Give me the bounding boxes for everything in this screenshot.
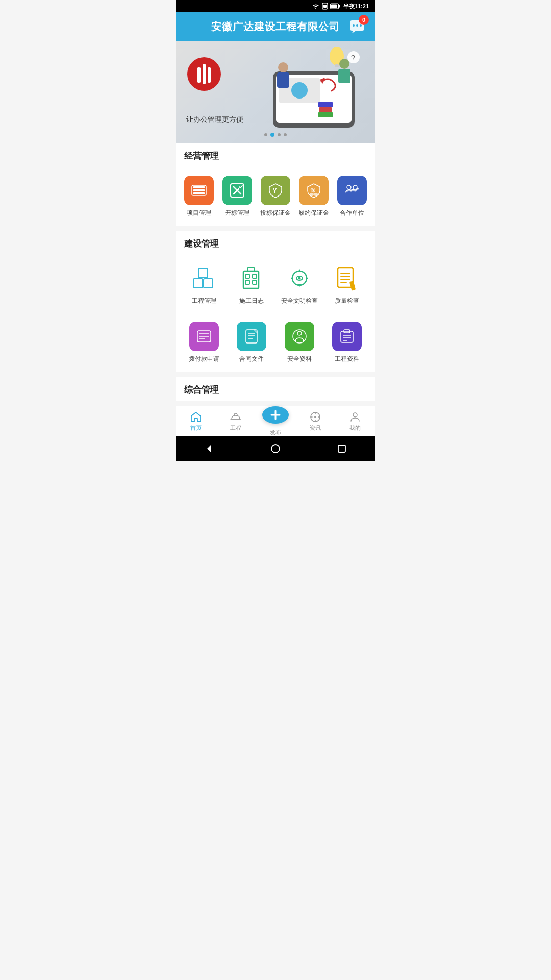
svg-point-19 — [278, 62, 288, 72]
grid-item-shigong[interactable]: 施工日志 — [228, 263, 276, 305]
label-zhiliang: 质量检查 — [335, 297, 359, 305]
grid-item-lvyue[interactable]: 保 履约保证金 — [294, 176, 333, 217]
svg-point-89 — [353, 413, 357, 417]
header-chat-button[interactable]: 0 — [347, 17, 367, 36]
grid-item-zhiliang[interactable]: 质量检查 — [323, 263, 371, 305]
svg-rect-18 — [335, 64, 339, 67]
svg-rect-1 — [323, 5, 327, 8]
chat-badge: 0 — [359, 15, 369, 25]
grid-item-kaibian[interactable]: 开标管理 — [218, 176, 257, 217]
grid-item-hezuo[interactable]: 合作单位 — [333, 176, 371, 217]
performance-bond-icon: 保 — [306, 182, 322, 199]
grid-item-gongcheng[interactable]: 工程管理 — [180, 263, 228, 305]
grid-item-xiangmu[interactable]: 项目管理 — [180, 176, 218, 217]
label-hetong: 合同文件 — [239, 355, 264, 363]
svg-point-16 — [291, 82, 308, 99]
section-title-jingying: 经营管理 — [176, 143, 375, 167]
company-logo — [186, 56, 222, 92]
label-anquan: 安全文明检查 — [281, 297, 318, 305]
engineering-materials-icon — [339, 328, 355, 345]
section-title-jianshe: 建设管理 — [176, 231, 375, 255]
label-kaibian: 开标管理 — [225, 209, 249, 217]
sys-back-button[interactable] — [200, 439, 218, 458]
dot-0 — [264, 133, 267, 136]
banner-slogan: 让办公管理更方便 — [186, 115, 243, 125]
label-gongchengziliao: 工程资料 — [335, 355, 359, 363]
hardhat-icon — [230, 411, 242, 423]
nav-item-project[interactable]: 工程 — [216, 406, 256, 436]
svg-rect-49 — [245, 280, 249, 284]
svg-rect-48 — [253, 274, 257, 278]
nav-item-home[interactable]: 首页 — [176, 406, 216, 436]
grid-item-gongchengziliao[interactable]: 工程资料 — [323, 322, 371, 363]
svg-rect-92 — [338, 445, 345, 452]
sim-icon — [322, 3, 328, 10]
grid-item-hetong[interactable]: 合同文件 — [228, 322, 276, 363]
banner-dots — [264, 133, 287, 137]
svg-point-21 — [339, 59, 349, 69]
grid-item-anquan[interactable]: 安全文明检查 — [276, 263, 323, 305]
nav-label-mine: 我的 — [349, 424, 361, 432]
svg-rect-45 — [198, 268, 208, 278]
dot-3 — [284, 133, 287, 136]
section-jingying: 经营管理 项目管理 — [176, 143, 375, 226]
sys-home-button[interactable] — [266, 439, 285, 458]
bid-bond-icon: ¥ — [267, 182, 284, 199]
grid-item-anquanziliao[interactable]: 安全资料 — [276, 322, 323, 363]
partner-icon — [344, 182, 360, 199]
publish-add-button[interactable] — [262, 406, 289, 424]
nav-item-news[interactable]: 资讯 — [295, 406, 335, 436]
svg-rect-20 — [277, 72, 289, 88]
label-shigong: 施工日志 — [239, 297, 264, 305]
svg-point-58 — [298, 277, 300, 279]
nav-label-publish: 发布 — [270, 429, 281, 436]
nav-item-mine[interactable]: 我的 — [335, 406, 375, 436]
dot-1 — [270, 133, 274, 137]
jingying-grid-row: 项目管理 开标管理 ¥ 投标保证 — [176, 167, 375, 226]
svg-rect-27 — [318, 102, 333, 107]
svg-rect-69 — [246, 330, 257, 343]
svg-point-6 — [353, 24, 355, 27]
app-header: 安徽广达建设工程有限公司 0 — [176, 12, 375, 41]
grid-item-toubiao[interactable]: ¥ 投标保证金 — [257, 176, 295, 217]
section-title-zonghe: 综合管理 — [176, 377, 375, 401]
section-zonghe: 综合管理 — [176, 377, 375, 401]
section-jianshe: 建设管理 工程管理 — [176, 231, 375, 372]
dot-2 — [278, 133, 281, 136]
svg-rect-4 — [331, 5, 337, 8]
svg-point-84 — [314, 416, 316, 418]
label-gongcheng: 工程管理 — [192, 297, 216, 305]
plus-icon — [268, 408, 283, 422]
news-icon — [309, 411, 321, 423]
svg-point-73 — [293, 330, 306, 343]
nav-label-home: 首页 — [190, 424, 202, 432]
svg-point-91 — [271, 445, 280, 453]
svg-rect-50 — [253, 280, 257, 284]
label-bofukuan: 拨付款申请 — [189, 355, 219, 363]
payment-request-icon — [196, 328, 212, 345]
back-icon — [204, 444, 214, 454]
svg-text:保: 保 — [310, 187, 315, 193]
svg-rect-31 — [193, 192, 205, 194]
status-bar: 半夜11:21 — [176, 0, 375, 12]
svg-point-7 — [356, 24, 358, 27]
svg-point-42 — [353, 185, 357, 189]
svg-rect-11 — [197, 67, 201, 83]
nav-item-publish[interactable]: 发布 — [256, 406, 295, 436]
grid-item-bofukuan[interactable]: 拨付款申请 — [180, 322, 228, 363]
square-icon — [337, 444, 347, 454]
svg-rect-25 — [318, 112, 333, 117]
banner-logo — [186, 56, 222, 92]
header-title: 安徽广达建设工程有限公司 — [211, 20, 340, 34]
svg-point-40 — [314, 193, 318, 196]
svg-rect-30 — [193, 189, 205, 191]
status-time: 半夜11:21 — [343, 3, 369, 10]
svg-marker-90 — [207, 445, 211, 453]
engineering-mgmt-icon — [189, 263, 219, 293]
safety-materials-icon — [291, 328, 308, 345]
svg-rect-51 — [247, 268, 255, 271]
svg-rect-22 — [338, 69, 350, 83]
system-nav-bar — [176, 436, 375, 461]
svg-point-74 — [297, 331, 302, 335]
sys-recent-button[interactable] — [333, 439, 351, 458]
